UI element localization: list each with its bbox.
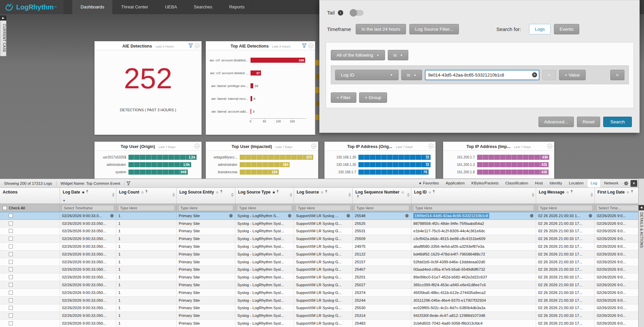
reset-button[interactable]: Reset [577,117,600,127]
column-header-actions[interactable]: Actions [0,188,60,204]
sort-arrows-icon[interactable] [112,193,115,197]
row-checkbox[interactable] [9,214,13,218]
expand-current-case-icon[interactable]: ▶ [0,16,6,21]
group-operator-dropdown[interactable]: All of the following▼ [331,50,385,60]
add-value-button[interactable]: + Value [559,70,586,80]
grid-settings-gear-icon[interactable] [624,181,628,186]
pin-icon[interactable] [276,190,279,195]
gear-icon[interactable] [404,214,409,218]
nav-item-threat-center[interactable]: Threat Center [113,0,156,14]
pin-icon[interactable] [220,190,223,195]
log-row[interactable]: 02/26/2026 9:00:33.050...1Primary SiteSy… [0,273,638,281]
sort-arrows-icon[interactable] [532,193,534,197]
log-row[interactable]: 02/26/2026 9:00:33.050...1Primary SiteSy… [0,243,638,250]
filter-condition-dropdown[interactable]: is▼ [401,70,422,80]
filter-value-input[interactable] [425,70,539,80]
sort-arrows-icon[interactable] [172,193,175,197]
tab-application[interactable]: Application [442,179,468,187]
pin-icon[interactable] [325,190,327,195]
row-checkbox[interactable] [9,283,13,287]
sort-arrows-icon[interactable] [348,193,351,197]
collapse-widget-icon[interactable]: – [311,144,316,149]
nav-item-reports[interactable]: Reports [221,0,253,14]
advanced-button[interactable]: Advanced... [538,117,574,127]
sort-arrows-icon[interactable] [231,193,234,197]
filter-input[interactable]: Type Here [237,205,292,211]
log-row[interactable]: 02/26/2026 9:00:33.050...1Primary SiteSy… [0,266,638,274]
tab-log[interactable]: Log [587,179,601,187]
clear-value-icon[interactable]: ✕ [532,72,537,78]
log-row[interactable]: 02/26/2026 9:00:33.050...1Primary SiteSy… [0,235,638,243]
sort-arrows-icon[interactable] [290,193,292,197]
column-header-log-date[interactable]: Log Date★▼ [60,188,116,204]
remove-filter-button[interactable]: × [610,70,624,80]
brand[interactable]: LogRhythm ™ [0,0,63,14]
filter-input[interactable]: Type Here [354,205,409,211]
current-case-tab[interactable]: CURRENT CASE [0,21,6,56]
log-row[interactable]: 02/26/2026 9:00:33.050...1Primary SiteSy… [0,304,638,312]
column-header-first-log-date[interactable]: First Log Date☆ [595,188,638,204]
collapse-widget-icon[interactable]: – [308,43,313,48]
tab-kbytes-packets[interactable]: KBytes/Packets [468,179,502,187]
star-outline-icon[interactable]: ☆ [566,190,569,194]
star-outline-icon[interactable]: ☆ [626,190,630,194]
remove-value-button[interactable]: × [542,70,556,80]
tab-host[interactable]: Host [531,179,546,187]
log-row[interactable]: 02/26/2026 9:00:33.050...1Primary SiteSy… [0,258,638,266]
log-row[interactable]: 02/26/2026 9:00:33.0...1Primary SiteSysl… [0,212,638,220]
add-group-button[interactable]: + Group [359,92,387,103]
grid-filter-funnel-icon[interactable] [126,181,130,185]
gear-icon[interactable] [528,214,534,218]
star-outline-icon[interactable]: ☆ [401,190,404,194]
collapse-widget-icon[interactable]: – [547,144,552,149]
row-checkbox[interactable] [9,314,13,318]
log-row[interactable]: 02/26/2026 9:00:33.050...1Primary SiteSy… [0,312,638,320]
row-checkbox[interactable] [9,267,13,271]
column-header-log-source-type[interactable]: Log Source Type★ [235,188,294,204]
nav-item-searches[interactable]: Searches [185,0,221,14]
collapse-widget-icon[interactable]: – [429,144,434,149]
gear-icon[interactable] [587,214,592,218]
row-checkbox[interactable] [9,244,13,248]
tab-classification[interactable]: Classification [502,179,532,187]
collapse-widget-icon[interactable]: – [195,144,200,149]
log-row[interactable]: 02/26/2026 9:00:33.050...1Primary SiteSy… [0,228,638,235]
column-header-log-id[interactable]: Log ID☆ [411,188,536,204]
timeframe-button[interactable]: In the last 24 hours [356,24,406,34]
star-outline-icon[interactable]: ☆ [216,190,219,194]
add-filter-button[interactable]: + Filter [331,92,356,103]
group-condition-dropdown[interactable]: is▼ [388,50,409,60]
pin-icon[interactable] [631,190,633,195]
tab-location[interactable]: Location [565,179,587,187]
column-header-log-message[interactable]: Log Message☆ [536,188,595,204]
sort-arrows-icon[interactable] [407,193,410,197]
filter-funnel-icon[interactable] [302,43,306,48]
gear-icon[interactable] [286,214,292,218]
gear-icon[interactable] [228,214,233,218]
row-checkbox[interactable] [9,252,13,256]
log-row[interactable]: 02/26/2026 9:00:33.050...1Primary SiteSy… [0,250,638,258]
search-for-events-button[interactable]: Events [554,24,579,34]
column-header-log-sequence-number[interactable]: Log Sequence Number☆ [353,188,411,204]
expand-details-icon[interactable]: ◀ [639,205,644,210]
filter-field-dropdown[interactable]: Log ID▼ [335,70,399,80]
info-icon[interactable]: i [338,10,343,16]
filter-input[interactable]: Select Time... [596,205,638,211]
star-outline-icon[interactable]: ☆ [141,190,144,194]
log-row[interactable]: 02/26/2026 9:00:33.050...1Primary SiteSy… [0,289,638,297]
filter-input[interactable]: Select Timeframe [62,205,114,211]
row-checkbox[interactable] [9,298,13,302]
tab-network[interactable]: Network [601,179,622,187]
grid-collapse-icon[interactable]: ▼ [631,180,637,187]
log-source-filter-button[interactable]: Log Source Filter... [409,24,459,34]
pin-icon[interactable] [433,190,435,195]
search-button[interactable]: Search [603,117,632,127]
log-row[interactable]: 02/26/2026 9:00:33.050...1Primary SiteSy… [0,281,638,289]
tab-favorites[interactable]: ★Favorites [415,179,442,187]
log-row[interactable]: 02/26/2026 9:00:33.050...1Primary SiteSy… [0,297,638,304]
nav-item-dashboards[interactable]: Dashboards [72,0,113,14]
column-header-log-source[interactable]: Log Source☆ [294,188,353,204]
search-for-logs-button[interactable]: Logs [529,24,550,34]
filter-input[interactable]: Type Here [296,205,351,211]
log-row[interactable]: 02/26/2026 9:00:33.050...1Primary SiteSy… [0,320,638,327]
